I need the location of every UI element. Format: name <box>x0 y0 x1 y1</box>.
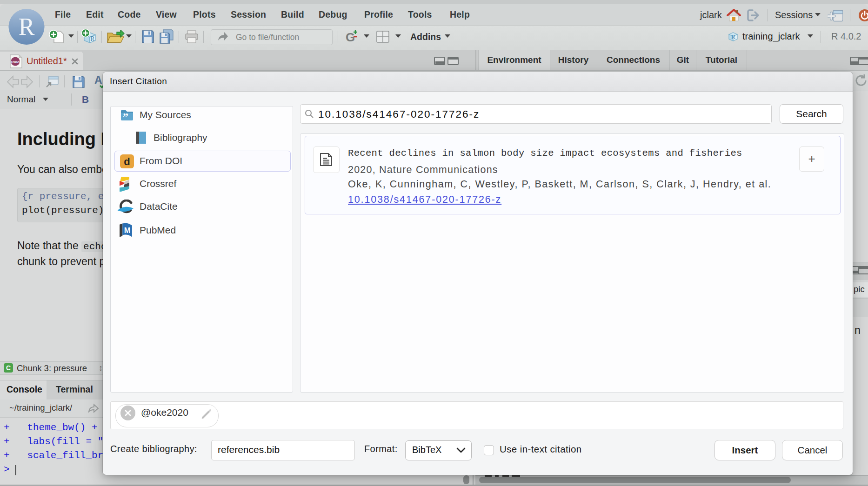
svg-text:A: A <box>94 74 102 86</box>
svg-text:d: d <box>124 156 130 167</box>
svg-text:R: R <box>731 33 735 40</box>
svg-text:R: R <box>19 13 35 40</box>
svg-text:”: ” <box>123 111 128 121</box>
svg-text:R: R <box>90 35 95 42</box>
svg-text:M: M <box>124 226 131 234</box>
svg-text:C: C <box>6 364 11 372</box>
svg-text:Rmd: Rmd <box>11 60 20 64</box>
